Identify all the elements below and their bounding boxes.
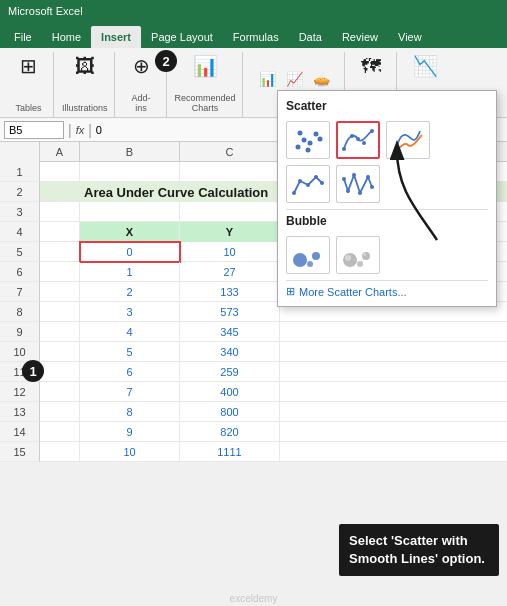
- svg-point-1: [302, 138, 307, 143]
- cell-c15[interactable]: 1111: [180, 442, 280, 462]
- cell-a8[interactable]: [40, 302, 80, 322]
- cell-a4[interactable]: [40, 222, 80, 242]
- badge-2: 2: [155, 50, 177, 72]
- scatter-straight-option[interactable]: [286, 165, 330, 203]
- table-row: 9 820: [40, 422, 507, 442]
- svg-point-17: [342, 177, 346, 181]
- cell-a13[interactable]: [40, 402, 80, 422]
- cell-b11[interactable]: 6: [80, 362, 180, 382]
- tab-file[interactable]: File: [4, 26, 42, 48]
- scatter-smooth-option[interactable]: [336, 121, 380, 159]
- scatter-straight-icon: [290, 169, 326, 199]
- cell-b3[interactable]: [80, 202, 180, 222]
- cell-c5[interactable]: 10: [180, 242, 280, 262]
- popup-divider: [286, 209, 488, 210]
- row-header-6: 6: [0, 262, 40, 282]
- cell-a6[interactable]: [40, 262, 80, 282]
- scatter-smooth-no-markers-option[interactable]: [386, 121, 430, 159]
- cell-b13[interactable]: 8: [80, 402, 180, 422]
- ribbon-tabs: File Home Insert Page Layout Formulas Da…: [0, 22, 507, 48]
- cell-a7[interactable]: [40, 282, 80, 302]
- cell-b4[interactable]: X: [80, 222, 180, 242]
- cell-c8[interactable]: 573: [180, 302, 280, 322]
- cell-b8[interactable]: 3: [80, 302, 180, 322]
- illustrations-label: Illustrations: [62, 103, 108, 115]
- tables-button[interactable]: ⊞: [11, 54, 47, 79]
- cell-b2[interactable]: Area Under Curve Calculation: [80, 182, 280, 202]
- cell-a2[interactable]: [40, 182, 80, 202]
- scatter-chart-row-1: [286, 121, 488, 159]
- cell-a9[interactable]: [40, 322, 80, 342]
- recommended-charts-button[interactable]: 📊: [187, 54, 223, 79]
- addins-button[interactable]: ⊕: [123, 54, 159, 79]
- pie-chart-button[interactable]: 🥧: [310, 70, 333, 88]
- maps-button[interactable]: 🗺: [353, 54, 389, 79]
- pivotchart-button[interactable]: 📉: [408, 54, 444, 79]
- bubble-option[interactable]: [286, 236, 330, 274]
- cell-b7[interactable]: 2: [80, 282, 180, 302]
- row-header-13: 13: [0, 402, 40, 422]
- svg-point-28: [362, 252, 370, 260]
- cell-b5[interactable]: 0: [80, 242, 180, 262]
- recommended-charts-label: RecommendedCharts: [175, 93, 236, 115]
- scatter-section-title: Scatter: [286, 99, 488, 115]
- tab-page-layout[interactable]: Page Layout: [141, 26, 223, 48]
- more-scatter-charts-link[interactable]: ⊞ More Scatter Charts...: [286, 285, 488, 298]
- scatter-jagged-option[interactable]: [336, 165, 380, 203]
- tab-formulas[interactable]: Formulas: [223, 26, 289, 48]
- svg-point-21: [366, 175, 370, 179]
- maps-icon: 🗺: [361, 56, 381, 76]
- line-chart-button[interactable]: 📈: [283, 70, 306, 88]
- cell-c1[interactable]: [180, 162, 280, 182]
- svg-point-6: [306, 148, 311, 153]
- cell-c11[interactable]: 259: [180, 362, 280, 382]
- row-header-8: 8: [0, 302, 40, 322]
- corner-cell: [0, 142, 40, 162]
- cell-b12[interactable]: 7: [80, 382, 180, 402]
- cell-a5[interactable]: [40, 242, 80, 262]
- cell-c14[interactable]: 820: [180, 422, 280, 442]
- bubble-3d-icon: [340, 240, 376, 270]
- ribbon-group-illustrations: 🖼 Illustrations: [56, 52, 115, 117]
- cell-c9[interactable]: 345: [180, 322, 280, 342]
- cell-b14[interactable]: 9: [80, 422, 180, 442]
- svg-point-3: [314, 132, 319, 137]
- svg-point-13: [298, 179, 302, 183]
- tab-home[interactable]: Home: [42, 26, 91, 48]
- row-header-12: 12: [0, 382, 40, 402]
- scatter-dots-option[interactable]: [286, 121, 330, 159]
- tab-review[interactable]: Review: [332, 26, 388, 48]
- table-row: 5 340: [40, 342, 507, 362]
- illustrations-button[interactable]: 🖼: [67, 54, 103, 79]
- cell-b10[interactable]: 5: [80, 342, 180, 362]
- tab-insert[interactable]: Insert: [91, 26, 141, 48]
- cell-a1[interactable]: [40, 162, 80, 182]
- cell-c13[interactable]: 800: [180, 402, 280, 422]
- bubble-3d-option[interactable]: [336, 236, 380, 274]
- svg-point-5: [298, 131, 303, 136]
- cell-b6[interactable]: 1: [80, 262, 180, 282]
- name-box[interactable]: B5: [4, 121, 64, 139]
- tab-data[interactable]: Data: [289, 26, 332, 48]
- cell-b9[interactable]: 4: [80, 322, 180, 342]
- cell-c10[interactable]: 340: [180, 342, 280, 362]
- cell-c3[interactable]: [180, 202, 280, 222]
- cell-a11[interactable]: [40, 362, 80, 382]
- cell-c12[interactable]: 400: [180, 382, 280, 402]
- cell-c6[interactable]: 27: [180, 262, 280, 282]
- cell-c4[interactable]: Y: [180, 222, 280, 242]
- row-header-4: 4: [0, 222, 40, 242]
- cell-b15[interactable]: 10: [80, 442, 180, 462]
- cell-a14[interactable]: [40, 422, 80, 442]
- cell-c7[interactable]: 133: [180, 282, 280, 302]
- tab-view[interactable]: View: [388, 26, 432, 48]
- cell-b1[interactable]: [80, 162, 180, 182]
- cell-a12[interactable]: [40, 382, 80, 402]
- bar-chart-button[interactable]: 📊: [256, 70, 279, 88]
- cell-a3[interactable]: [40, 202, 80, 222]
- cell-a15[interactable]: [40, 442, 80, 462]
- cell-a10[interactable]: [40, 342, 80, 362]
- col-header-b: B: [80, 142, 180, 162]
- svg-point-12: [292, 191, 296, 195]
- row-header-5: 5: [0, 242, 40, 262]
